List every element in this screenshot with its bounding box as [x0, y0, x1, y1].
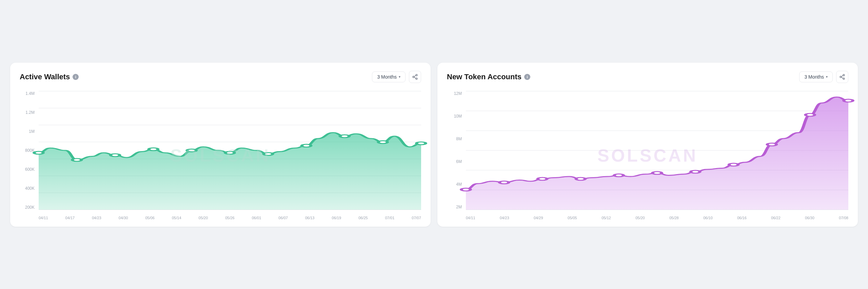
- x-axis-label: 06/19: [332, 216, 341, 220]
- chart-area: SOLSCAN12M10M8M6M4M2M04/1104/2304/2905/0…: [447, 91, 848, 220]
- x-axis-label: 06/01: [252, 216, 261, 220]
- x-axis-label: 04/23: [500, 216, 509, 220]
- x-axis-label: 04/23: [92, 216, 101, 220]
- chart-dot: [652, 171, 662, 174]
- y-axis-label: 2M: [456, 205, 462, 209]
- chart-dot: [691, 170, 700, 173]
- x-axis-label: 07/01: [385, 216, 395, 220]
- chart-area-fill: [39, 132, 421, 210]
- svg-line-16: [841, 77, 843, 78]
- y-axis: 1.4M1.2M1M800K600K400K200K: [20, 91, 37, 210]
- x-axis-label: 04/17: [65, 216, 75, 220]
- x-axis-label: 06/22: [771, 216, 781, 220]
- x-axis-label: 06/16: [737, 216, 747, 220]
- chart-dot: [187, 149, 196, 151]
- chart-dot: [72, 158, 81, 161]
- y-axis-label: 8M: [456, 137, 462, 141]
- x-axis-label: 06/07: [278, 216, 288, 220]
- chart-dot: [576, 177, 585, 180]
- x-axis-label: 07/08: [839, 216, 848, 220]
- chart-card-new-token-accounts: New Token Accountsi3 Months▾SOLSCAN12M10…: [437, 63, 858, 227]
- chart-dot: [263, 152, 273, 155]
- chart-dot: [302, 144, 311, 147]
- chart-dot: [767, 143, 776, 146]
- x-axis-label: 05/20: [635, 216, 645, 220]
- title-group: Active Walletsi: [20, 73, 79, 81]
- chart-inner: [466, 91, 848, 210]
- x-axis-label: 04/11: [466, 216, 475, 220]
- chart-dot: [806, 113, 815, 116]
- svg-line-3: [414, 77, 416, 78]
- y-axis-label: 200K: [25, 205, 35, 210]
- header-controls: 3 Months▾: [372, 71, 421, 83]
- chart-dot: [614, 174, 624, 177]
- chart-title: Active Wallets: [20, 73, 70, 81]
- card-header: Active Walletsi3 Months▾: [20, 71, 421, 83]
- y-axis-label: 12M: [454, 91, 462, 96]
- chart-dot: [34, 151, 43, 154]
- svg-line-4: [414, 75, 416, 76]
- chart-card-active-wallets: Active Walletsi3 Months▾SOLSCAN1.4M1.2M1…: [10, 63, 431, 227]
- chart-svg: [466, 91, 848, 210]
- card-header: New Token Accountsi3 Months▾: [447, 71, 848, 83]
- x-axis-label: 06/25: [358, 216, 368, 220]
- share-button[interactable]: [836, 71, 848, 83]
- info-icon[interactable]: i: [73, 74, 79, 80]
- chart-dot: [844, 99, 853, 102]
- x-axis-label: 06/13: [305, 216, 315, 220]
- chart-area: SOLSCAN1.4M1.2M1M800K600K400K200K04/1104…: [20, 91, 421, 220]
- chart-dot: [149, 148, 158, 150]
- time-selector[interactable]: 3 Months▾: [799, 71, 833, 82]
- x-axis: 04/1104/2304/2905/0505/1205/2005/2806/10…: [466, 210, 848, 220]
- dashboard: Active Walletsi3 Months▾SOLSCAN1.4M1.2M1…: [10, 63, 858, 227]
- chart-dot: [225, 151, 234, 154]
- chart-svg: [39, 91, 421, 210]
- x-axis-label: 06/30: [805, 216, 814, 220]
- x-axis-label: 05/05: [568, 216, 577, 220]
- x-axis: 04/1104/1704/2304/3005/0605/1405/2005/26…: [39, 210, 421, 220]
- x-axis-label: 05/26: [225, 216, 235, 220]
- x-axis-label: 04/30: [119, 216, 128, 220]
- y-axis-label: 600K: [25, 167, 35, 172]
- x-axis-label: 05/20: [199, 216, 208, 220]
- y-axis: 12M10M8M6M4M2M: [447, 91, 465, 210]
- y-axis-label: 1.4M: [25, 91, 35, 96]
- info-icon[interactable]: i: [524, 74, 530, 80]
- header-controls: 3 Months▾: [799, 71, 848, 83]
- chevron-down-icon: ▾: [826, 75, 828, 79]
- x-axis-label: 05/12: [601, 216, 611, 220]
- chart-area-fill: [466, 97, 848, 210]
- time-selector[interactable]: 3 Months▾: [372, 71, 406, 82]
- y-axis-label: 400K: [25, 186, 35, 191]
- chart-dot: [461, 188, 470, 191]
- chevron-down-icon: ▾: [399, 75, 400, 79]
- x-axis-label: 05/28: [669, 216, 679, 220]
- y-axis-label: 10M: [454, 114, 462, 119]
- x-axis-label: 04/29: [534, 216, 543, 220]
- x-axis-label: 04/11: [39, 216, 48, 220]
- chart-inner: [39, 91, 421, 210]
- chart-dot: [499, 181, 509, 184]
- chart-dot: [111, 153, 120, 156]
- x-axis-label: 05/14: [172, 216, 181, 220]
- y-axis-label: 1.2M: [25, 110, 35, 115]
- share-button[interactable]: [409, 71, 421, 83]
- svg-line-17: [841, 75, 843, 76]
- chart-dot: [729, 163, 738, 166]
- y-axis-label: 6M: [456, 159, 462, 164]
- y-axis-label: 4M: [456, 182, 462, 187]
- chart-dot: [340, 135, 349, 137]
- time-selector-label: 3 Months: [804, 74, 824, 80]
- y-axis-label: 1M: [29, 129, 35, 134]
- chart-dot: [538, 177, 547, 180]
- time-selector-label: 3 Months: [377, 74, 397, 80]
- title-group: New Token Accountsi: [447, 73, 530, 81]
- x-axis-label: 07/07: [412, 216, 421, 220]
- chart-dot: [378, 141, 388, 143]
- chart-title: New Token Accounts: [447, 73, 521, 81]
- x-axis-label: 06/10: [703, 216, 713, 220]
- x-axis-label: 05/06: [145, 216, 155, 220]
- chart-dot: [416, 142, 426, 144]
